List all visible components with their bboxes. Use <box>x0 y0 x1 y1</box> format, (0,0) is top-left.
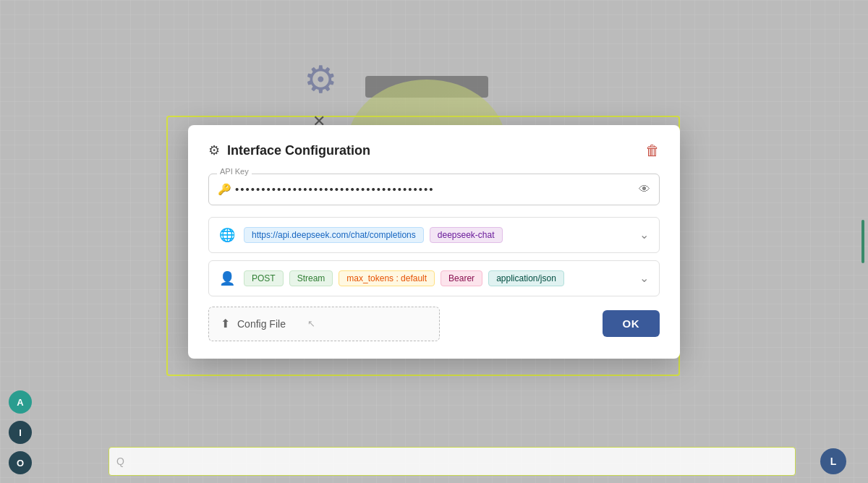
config-section-url: 🌐 https://api.deepseek.com/chat/completi… <box>208 217 660 253</box>
modal-title-row: ⚙ Interface Configuration <box>208 142 370 158</box>
config-file-label: Config File <box>237 318 286 330</box>
user-icon: 👤 <box>219 270 235 286</box>
modal-header: ⚙ Interface Configuration 🗑 <box>208 142 660 159</box>
api-key-input-row[interactable]: 🔑 ••••••••••••••••••••••••••••••••••••••… <box>208 174 660 205</box>
config-section-request: 👤 POST Stream max_tokens : default Beare… <box>208 260 660 296</box>
tag-post: POST <box>244 270 284 286</box>
config-row-request[interactable]: 👤 POST Stream max_tokens : default Beare… <box>209 261 659 296</box>
key-icon: 🔑 <box>218 183 231 196</box>
api-key-value: •••••••••••••••••••••••••••••••••••••• <box>235 183 630 195</box>
config-file-input[interactable]: ⬆ Config File ↖ <box>208 307 440 341</box>
interface-config-modal: ⚙ Interface Configuration 🗑 API Key 🔑 ••… <box>188 125 680 359</box>
modal-gear-icon: ⚙ <box>208 142 220 158</box>
tag-url: https://api.deepseek.com/chat/completion… <box>244 227 424 243</box>
tag-application-json: application/json <box>488 270 564 286</box>
upload-icon: ⬆ <box>221 317 230 330</box>
chevron-down-icon-request[interactable]: ⌄ <box>639 271 649 285</box>
modal-delete-icon[interactable]: 🗑 <box>645 142 660 159</box>
config-row-url[interactable]: 🌐 https://api.deepseek.com/chat/completi… <box>209 218 659 252</box>
api-key-label: API Key <box>217 167 252 176</box>
cursor: ↖ <box>307 318 315 329</box>
chevron-down-icon-url[interactable]: ⌄ <box>639 228 649 241</box>
globe-icon: 🌐 <box>219 227 235 243</box>
tag-model: deepseek-chat <box>430 227 503 243</box>
tag-bearer: Bearer <box>441 270 482 286</box>
modal-bottom: ⬆ Config File ↖ OK <box>208 307 660 341</box>
modal-backdrop: ⚙ Interface Configuration 🗑 API Key 🔑 ••… <box>0 0 868 483</box>
api-key-field-group: API Key 🔑 ••••••••••••••••••••••••••••••… <box>208 174 660 205</box>
eye-icon[interactable]: 👁 <box>639 183 650 196</box>
tag-max-tokens: max_tokens : default <box>339 270 435 286</box>
modal-title: Interface Configuration <box>227 143 370 158</box>
ok-button[interactable]: OK <box>603 310 660 337</box>
tag-stream: Stream <box>289 270 333 286</box>
